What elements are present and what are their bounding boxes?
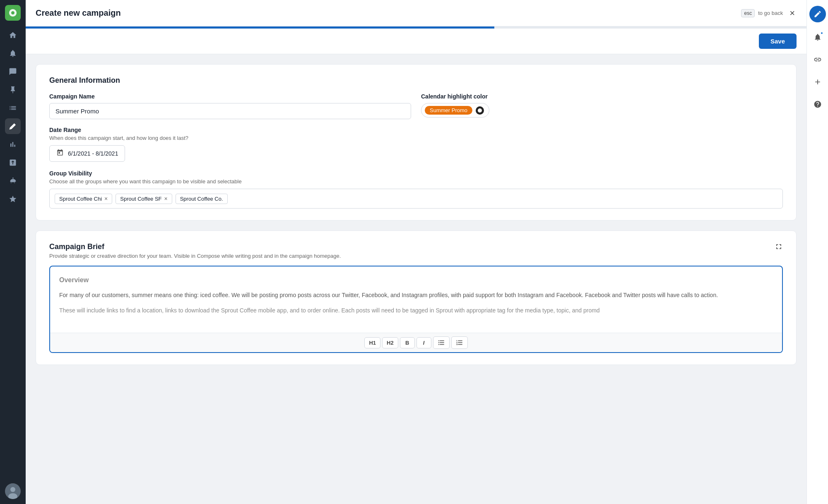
- tag-remove-chi[interactable]: ×: [104, 196, 108, 202]
- svg-point-1: [10, 487, 15, 492]
- form-grid: Campaign Name Calendar highlight color S…: [49, 93, 783, 119]
- campaign-name-label: Campaign Name: [49, 93, 411, 100]
- campaign-name-input[interactable]: [49, 103, 411, 119]
- general-info-title: General Information: [49, 76, 783, 85]
- sidebar-item-starred[interactable]: [5, 191, 21, 207]
- sidebar-item-messages[interactable]: [5, 64, 21, 79]
- right-sidebar: [806, 0, 828, 504]
- date-range-button[interactable]: 6/1/2021 - 8/1/2021: [49, 145, 125, 162]
- left-sidebar: [0, 0, 26, 504]
- sidebar-item-tasks[interactable]: [5, 100, 21, 116]
- tag-text: Sprout Coffee Chi: [59, 196, 102, 202]
- campaign-brief-card: Campaign Brief Provide strategic or crea…: [36, 230, 797, 365]
- page-title: Create new campaign: [36, 8, 736, 18]
- editor-heading: Overview: [59, 275, 773, 286]
- sidebar-item-home[interactable]: [5, 27, 21, 43]
- editor-toolbar: H1 H2 B I: [50, 333, 782, 352]
- tag-remove-sf[interactable]: ×: [164, 196, 168, 202]
- help-button[interactable]: [810, 97, 825, 112]
- color-label: Calendar highlight color: [421, 93, 783, 100]
- sidebar-item-bot[interactable]: [5, 173, 21, 189]
- color-dot-icon: [476, 106, 484, 115]
- editor-para-2: These will include links to find a locat…: [59, 306, 773, 315]
- color-group: Calendar highlight color Summer Promo: [421, 93, 783, 118]
- tag-sprout-coffee-chi: Sprout Coffee Chi ×: [55, 194, 112, 204]
- toolbar-ordered-list-button[interactable]: [451, 336, 468, 349]
- toolbar-bold-button[interactable]: B: [400, 337, 415, 348]
- sidebar-item-compose[interactable]: [5, 118, 21, 134]
- tag-sprout-coffee-co: Sprout Coffee Co.: [176, 194, 228, 204]
- esc-badge: esc: [741, 9, 755, 17]
- content-area: General Information Campaign Name Calend…: [26, 54, 806, 504]
- toolbar-h1-button[interactable]: H1: [364, 337, 380, 348]
- esc-hint: esc to go back: [741, 9, 783, 17]
- date-range-hint: When does this campaign start, and how l…: [49, 135, 783, 141]
- editor-content[interactable]: Overview For many of our customers, summ…: [50, 266, 782, 333]
- go-back-label: to go back: [758, 10, 783, 16]
- campaign-name-group: Campaign Name: [49, 93, 411, 119]
- link-button[interactable]: [810, 52, 825, 67]
- tag-text: Sprout Coffee Co.: [180, 196, 223, 202]
- brief-header: Campaign Brief Provide strategic or crea…: [49, 242, 783, 259]
- edit-button[interactable]: [809, 6, 826, 22]
- tags-input[interactable]: Sprout Coffee Chi × Sprout Coffee SF × S…: [49, 189, 783, 209]
- notifications-button[interactable]: [810, 30, 825, 45]
- sidebar-item-notifications[interactable]: [5, 46, 21, 61]
- tags-search-input[interactable]: [231, 195, 303, 202]
- toolbar-row: Save: [26, 29, 806, 54]
- date-range-section: Date Range When does this campaign start…: [49, 127, 783, 162]
- close-button[interactable]: ×: [788, 7, 797, 19]
- add-button[interactable]: [810, 74, 825, 89]
- brief-title-group: Campaign Brief Provide strategic or crea…: [49, 242, 341, 259]
- sidebar-item-analytics[interactable]: [5, 137, 21, 152]
- save-button[interactable]: Save: [759, 34, 797, 49]
- group-visibility-hint: Choose all the groups where you want thi…: [49, 178, 783, 185]
- group-visibility-section: Group Visibility Choose all the groups w…: [49, 170, 783, 209]
- brief-title: Campaign Brief: [49, 242, 341, 251]
- toolbar-italic-button[interactable]: I: [416, 337, 431, 348]
- rich-text-editor[interactable]: Overview For many of our customers, summ…: [49, 266, 783, 353]
- notification-dot: [820, 31, 823, 35]
- sidebar-item-reports[interactable]: [5, 155, 21, 170]
- color-pill-text: Summer Promo: [425, 106, 472, 115]
- toolbar-h2-button[interactable]: H2: [382, 337, 398, 348]
- group-visibility-label: Group Visibility: [49, 170, 783, 177]
- toolbar-unordered-list-button[interactable]: [433, 336, 450, 349]
- expand-icon[interactable]: [775, 242, 783, 253]
- date-range-value: 6/1/2021 - 8/1/2021: [68, 150, 118, 157]
- sidebar-item-pin[interactable]: [5, 82, 21, 98]
- brief-subtitle: Provide strategic or creative direction …: [49, 253, 341, 259]
- general-information-card: General Information Campaign Name Calend…: [36, 64, 797, 221]
- app-logo[interactable]: [5, 5, 21, 21]
- page-header: Create new campaign esc to go back ×: [26, 0, 806, 26]
- color-picker[interactable]: Summer Promo: [421, 103, 489, 118]
- tag-text: Sprout Coffee SF: [120, 196, 161, 202]
- tag-sprout-coffee-sf: Sprout Coffee SF ×: [116, 194, 172, 204]
- date-range-label: Date Range: [49, 127, 783, 133]
- editor-para-1: For many of our customers, summer means …: [59, 290, 773, 300]
- main-area: Create new campaign esc to go back × Sav…: [26, 0, 806, 504]
- user-avatar[interactable]: [5, 483, 21, 499]
- calendar-icon: [56, 149, 64, 158]
